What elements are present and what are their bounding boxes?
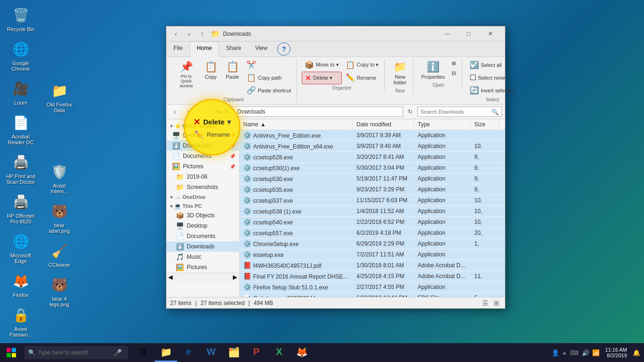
taskbar-firefox[interactable]: 🦊 <box>290 343 313 362</box>
desktop-icon-loom[interactable]: 🎥 Loom <box>4 77 38 107</box>
network-icon[interactable]: 📶 <box>592 349 600 356</box>
delete-dropdown-item[interactable]: ✕ Delete ▾ <box>190 115 235 129</box>
copy-path-button[interactable]: 📋 Copy path <box>244 72 294 83</box>
table-row[interactable]: ⚙️Antivirus_Free_Edition.exe 3/9/2017 8:… <box>239 130 505 141</box>
avast-internet-icon: 🛡️ <box>50 162 69 181</box>
sidebar-item-documents2[interactable]: 📄 Documents <box>166 231 239 241</box>
pin-to-quick-access-button[interactable]: 📌 Pin to Quick access <box>173 59 199 90</box>
sidebar-item-screenshots[interactable]: 📁 Screenshots <box>166 182 239 192</box>
volume-icon[interactable]: 🔊 <box>582 349 589 356</box>
table-row[interactable]: 📊GettyImages-963732344.eps 6/29/2019 12:… <box>239 293 505 297</box>
desktop-icon-hp-officejet[interactable]: 🖨️ HP Officejet Pro 8620 <box>4 190 38 226</box>
properties-button[interactable]: ℹ️ Properties <box>418 59 447 82</box>
table-row[interactable]: ⚙️ccsetup530(1).exe 5/30/2017 3:04 PM Ap… <box>239 163 505 173</box>
sidebar-item-pictures[interactable]: 🖼️ Pictures 📌 <box>166 161 239 172</box>
table-row[interactable]: ⚙️ChromeSetup.exe 6/29/2019 2:29 PM Appl… <box>239 239 505 249</box>
sidebar-item-pictures2[interactable]: 🖼️ Pictures <box>166 262 239 272</box>
grid-view-button[interactable]: ⊞ <box>492 298 501 308</box>
desktop-icon-bear4legs[interactable]: 🐻 bear 4 legs.png <box>42 273 76 309</box>
rename-button[interactable]: ✏️ Rename <box>343 72 382 83</box>
table-row[interactable]: ⚙️essetup.exe 7/2/2017 11:51 AM Applicat… <box>239 249 505 260</box>
table-row[interactable]: ⚙️ccsetup540.exe 2/22/2018 6:52 PM Appli… <box>239 217 505 228</box>
rename-icon: ✏️ <box>346 73 355 82</box>
desktop-icon-avast-internet[interactable]: 🛡️ Avast Intern... <box>42 160 76 196</box>
minimize-button[interactable]: ─ <box>436 26 458 41</box>
taskbar-task-view[interactable]: ⧉ <box>132 343 155 362</box>
open-btn-1[interactable]: ⊞ <box>449 59 459 68</box>
desktop-icon-avast[interactable]: 🔒 Avast Passwo... <box>4 304 38 339</box>
table-row[interactable]: 📕Final FY 2016 Annual Report DHSEM.pdf 4… <box>239 271 505 282</box>
start-button[interactable] <box>0 343 23 362</box>
taskbar-search-input[interactable] <box>38 349 114 356</box>
help-button[interactable]: ? <box>277 42 290 56</box>
rename-dropdown-item[interactable]: ✏️ Rename <box>190 129 233 140</box>
tab-share[interactable]: Share <box>219 41 248 57</box>
sidebar-item-desktop2[interactable]: 🖥️ Desktop <box>166 221 239 231</box>
invert-selection-button[interactable]: 🔄 Invert selection <box>467 84 519 96</box>
mic-icon[interactable]: 🎤 <box>114 349 122 356</box>
nav-back-button[interactable]: ‹ <box>170 28 182 40</box>
nav-forward-button[interactable]: › <box>183 28 195 40</box>
taskbar-file-manager[interactable]: 🗂️ <box>223 343 245 362</box>
sidebar-scroll-left[interactable]: ◀ <box>168 274 173 280</box>
close-button[interactable]: ✕ <box>479 26 501 41</box>
search-input[interactable] <box>421 109 491 115</box>
table-row[interactable]: ⚙️ccsetup530.exe 5/19/2017 11:47 PM Appl… <box>239 173 505 184</box>
file-date: 3/9/2017 8:39 AM <box>353 131 414 140</box>
table-row[interactable]: ⚙️ccsetup537.exe 11/15/2017 6:03 PM Appl… <box>239 195 505 206</box>
cut-button[interactable]: ✂️ <box>244 59 294 71</box>
desktop-icon-google-chrome[interactable]: 🌐 Google Chrome <box>4 38 38 74</box>
notification-icon[interactable]: 🔔 <box>633 349 640 356</box>
taskbar-powerpoint[interactable]: P <box>245 343 268 362</box>
paste-button[interactable]: 📋 Paste <box>222 59 243 82</box>
sidebar-scroll-right[interactable]: ▶ <box>233 274 237 280</box>
open-btn-2[interactable]: ⊟ <box>449 69 459 78</box>
desktop-icon-old-firefox[interactable]: 📁 Old Firefox Data <box>42 79 76 115</box>
sidebar-section-this-pc[interactable]: ▾ 💻 This PC <box>166 201 239 210</box>
taskbar-excel[interactable]: X <box>268 343 290 362</box>
list-view-button[interactable]: ☰ <box>480 298 490 308</box>
chevron-up-icon[interactable]: ▲ <box>562 350 567 355</box>
taskbar-file-explorer[interactable]: 📁 <box>155 343 177 362</box>
paste-shortcut-button[interactable]: 🔗 Paste shortcut <box>244 84 294 96</box>
table-row[interactable]: ⚙️ccsetup535.exe 9/23/2017 3:29 PM Appli… <box>239 184 505 195</box>
new-folder-button[interactable]: 📁 New folder <box>389 59 410 87</box>
taskbar-edge[interactable]: e <box>177 343 200 362</box>
tab-home[interactable]: Home <box>190 41 219 57</box>
refresh-button[interactable]: ↻ <box>405 107 415 117</box>
move-to-button[interactable]: 📦 Move to ▾ <box>302 59 341 71</box>
select-all-button[interactable]: ☑️ Select all <box>467 59 519 71</box>
sidebar-item-music[interactable]: 🎵 Music <box>166 252 239 262</box>
select-none-button[interactable]: ☐ Select none <box>467 72 519 83</box>
delete-button[interactable]: ✕ Delete ▾ <box>302 72 341 84</box>
table-row[interactable]: ⚙️Antivirus_Free_Edition_x64.exe 3/9/201… <box>239 141 505 152</box>
taskbar-word[interactable]: W <box>200 343 223 362</box>
copy-to-button[interactable]: 📋 Copy to ▾ <box>343 59 382 71</box>
col-header-type[interactable]: Type <box>414 119 471 130</box>
tab-view[interactable]: View <box>248 41 274 57</box>
desktop-icon-edge[interactable]: 🌐 Microsoft Edge <box>4 230 38 266</box>
table-row[interactable]: ⚙️ccsetup538 (1).exe 1/4/2018 11:52 AM A… <box>239 206 505 217</box>
table-row[interactable]: ⚙️Firefox Setup Stub 51.0.1.exe 2/27/201… <box>239 282 505 293</box>
desktop-icon-firefox[interactable]: 🦊 Firefox <box>4 270 38 300</box>
desktop-icon-recycle-bin[interactable]: 🗑️ Recycle Bin <box>4 4 38 34</box>
sidebar-item-2019-06[interactable]: 📁 2019-06 <box>166 172 239 182</box>
table-row[interactable]: 📕f4WH363540C495731J.pdf 1/30/2018 8:01 A… <box>239 260 505 271</box>
copy-button[interactable]: 📋 Copy <box>200 59 221 82</box>
table-row[interactable]: ⚙️ccsetup557.exe 6/2/2019 4:18 PM Applic… <box>239 228 505 239</box>
desktop-icon-ccleaner[interactable]: 🧹 CCleaner <box>42 239 76 270</box>
addr-back-button[interactable]: ‹ <box>169 107 181 117</box>
desktop-icon-bear-label[interactable]: 🐻 bear label.png <box>42 200 76 236</box>
maximize-button[interactable]: □ <box>458 26 479 41</box>
sidebar-section-onedrive[interactable]: ▾ ☁️ OneDrive <box>166 192 239 201</box>
sidebar-item-downloads2[interactable]: ⬇️ Downloads <box>166 241 239 252</box>
sidebar-item-3d-objects[interactable]: 📦 3D Objects <box>166 210 239 221</box>
col-header-size[interactable]: Size <box>471 119 499 130</box>
col-header-date[interactable]: Date modified <box>353 119 414 130</box>
tab-file[interactable]: File <box>166 41 190 57</box>
nav-up-button[interactable]: ↑ <box>197 28 208 40</box>
table-row[interactable]: ⚙️ccsetup528.exe 3/20/2017 8:41 AM Appli… <box>239 152 505 163</box>
desktop-icon-hp-print[interactable]: 🖨️ HP Print and Scan Doctor <box>4 151 38 187</box>
col-header-name[interactable]: Name ▲ <box>239 119 353 130</box>
desktop-icon-acrobat[interactable]: 📄 Acrobat Reader DC <box>4 111 38 147</box>
